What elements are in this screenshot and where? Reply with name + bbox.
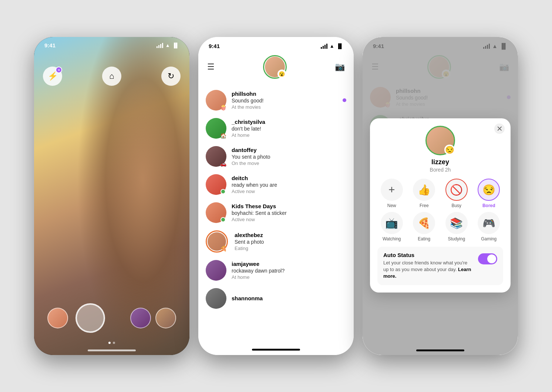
message-item-alexthebez[interactable]: 🍕 alexthebez Sent a photo Eating: [198, 227, 354, 256]
status-btn-bored: 😒: [478, 179, 500, 201]
message-preview: Sounds good!: [232, 98, 337, 104]
auto-status-text: Auto Status Let your close friends know …: [383, 252, 474, 280]
dot-1: [108, 342, 111, 344]
username: deitch: [232, 175, 346, 181]
message-item-phillsohn[interactable]: 🍿 phillsohn Sounds good! At the movies: [198, 86, 354, 114]
status-label-gaming: Gaming: [481, 236, 497, 241]
message-item-christysilva[interactable]: 🏠 _christysilva don't be late! At home: [198, 114, 354, 142]
home-indicator: [88, 349, 136, 351]
phone-messages: 9:41 ▲ ▐▌ ☰ 😮 📷: [198, 37, 354, 355]
message-info: _christysilva don't be late! At home: [232, 119, 346, 138]
status-options-grid: + New 👍 Free 🚫 Busy 😒 Bored: [377, 179, 503, 241]
message-status: Active now: [232, 217, 346, 222]
learn-more-link[interactable]: Learn more.: [383, 267, 471, 279]
auto-status-title: Auto Status: [383, 252, 474, 258]
status-btn-new: +: [381, 179, 403, 201]
status-label-eating: Eating: [418, 236, 430, 241]
status-label-free: Free: [420, 203, 429, 208]
status-btn-studying: 📚: [445, 212, 468, 234]
message-info: Kids These Days boyhachi: Sent a sticker…: [232, 203, 346, 222]
camera-icon[interactable]: 📷: [335, 62, 345, 72]
camera-thumbnail-2[interactable]: [130, 308, 151, 328]
battery-icon: ▐▌: [337, 43, 343, 49]
message-preview: Sent a photo: [235, 239, 346, 245]
status-option-new[interactable]: + New: [377, 179, 406, 208]
status-option-studying[interactable]: 📚 Studying: [442, 212, 471, 241]
flash-badge: ✕: [55, 67, 62, 73]
message-info: iamjaywee rockaway dawn patrol? At home: [232, 261, 346, 280]
avatar-img: [206, 260, 226, 281]
message-item-shannonma[interactable]: shannonma: [198, 284, 354, 312]
message-status: At home: [232, 274, 346, 280]
signal-icon: [156, 43, 163, 48]
flash-button[interactable]: ⚡ ✕: [43, 67, 62, 86]
message-item-dantoffey[interactable]: 🚗 dantoffey You sent a photo On the move: [198, 142, 354, 170]
header-status-emoji: 😮: [277, 70, 286, 78]
status-option-free[interactable]: 👍 Free: [410, 179, 439, 208]
header-avatar-ring: 😮: [263, 55, 287, 79]
status-option-watching[interactable]: 📺 Watching: [377, 212, 406, 241]
message-info: dantoffey You sent a photo On the move: [232, 147, 346, 166]
home-icon: ⌂: [109, 71, 114, 81]
message-status: Eating: [235, 246, 346, 251]
modal-status-text: Bored 2h: [430, 167, 451, 173]
status-time: 9:41: [209, 43, 220, 49]
username: shannonma: [232, 295, 346, 301]
message-info: phillsohn Sounds good! At the movies: [232, 91, 337, 110]
messages-header: ☰ 😮 📷: [198, 49, 354, 83]
message-item-iamjaywee[interactable]: iamjaywee rockaway dawn patrol? At home: [198, 256, 354, 284]
message-status: At the movies: [232, 104, 337, 110]
auto-status-toggle[interactable]: [478, 253, 497, 264]
home-button[interactable]: ⌂: [102, 67, 121, 86]
username: _christysilva: [232, 119, 346, 125]
status-btn-busy: 🚫: [445, 179, 468, 201]
status-label-watching: Watching: [383, 236, 401, 241]
shutter-button[interactable]: [75, 303, 105, 333]
modal-user-profile: 😒 lizzey Bored 2h: [377, 126, 503, 173]
camera-thumbnails: [130, 308, 176, 328]
status-icons: ▲ ▐▌: [321, 43, 343, 49]
flash-icon: ⚡: [48, 71, 58, 81]
auto-status-section: Auto Status Let your close friends know …: [377, 247, 503, 285]
username: phillsohn: [232, 91, 337, 97]
menu-icon[interactable]: ☰: [207, 62, 215, 72]
avatar-christysilva: 🏠: [206, 118, 226, 139]
message-item-kids-these-days[interactable]: Kids These Days boyhachi: Sent a sticker…: [198, 199, 354, 227]
username: alexthebez: [235, 232, 346, 238]
flip-camera-button[interactable]: ↻: [161, 67, 181, 86]
refresh-icon: ↻: [168, 71, 174, 81]
status-badge-emoji: 🍕: [221, 246, 227, 251]
status-option-eating[interactable]: 🍕 Eating: [410, 212, 439, 241]
home-indicator: [198, 344, 354, 355]
status-btn-gaming: 🎮: [478, 212, 500, 234]
message-preview: ready when you are: [232, 182, 346, 188]
username: Kids These Days: [232, 203, 346, 209]
status-label-studying: Studying: [448, 236, 465, 241]
home-indicator: [416, 349, 464, 351]
camera-bottom-controls: [34, 303, 189, 333]
message-info: shannonma: [232, 295, 346, 302]
status-option-bored[interactable]: 😒 Bored: [475, 179, 504, 208]
messages-status-bar: 9:41 ▲ ▐▌: [198, 37, 354, 49]
avatar-deitch: [206, 174, 226, 195]
message-preview: You sent a photo: [232, 154, 346, 160]
status-option-busy[interactable]: 🚫 Busy: [442, 179, 471, 208]
home-bar-line: [252, 349, 300, 351]
message-item-deitch[interactable]: deitch ready when you are Active now: [198, 170, 354, 199]
modal-avatar: 😒: [425, 126, 455, 155]
camera-controls: ⚡ ✕ ⌂ ↻: [34, 67, 189, 86]
status-option-gaming[interactable]: 🎮 Gaming: [475, 212, 504, 241]
header-profile[interactable]: 😮: [263, 55, 287, 79]
wifi-icon: ▲: [165, 43, 170, 48]
camera-thumbnail-1[interactable]: [47, 308, 68, 328]
close-modal-button[interactable]: ✕: [494, 124, 505, 134]
wifi-icon: ▲: [330, 43, 334, 49]
camera-thumbnail-3[interactable]: [155, 308, 176, 328]
message-preview: rockaway dawn patrol?: [232, 268, 346, 274]
modal-username: lizzey: [431, 158, 449, 166]
dot-2: [113, 342, 115, 344]
status-btn-free: 👍: [413, 179, 435, 201]
message-preview: don't be late!: [232, 126, 346, 132]
battery-icon: ▐▌: [172, 43, 179, 48]
username: iamjaywee: [232, 261, 346, 267]
